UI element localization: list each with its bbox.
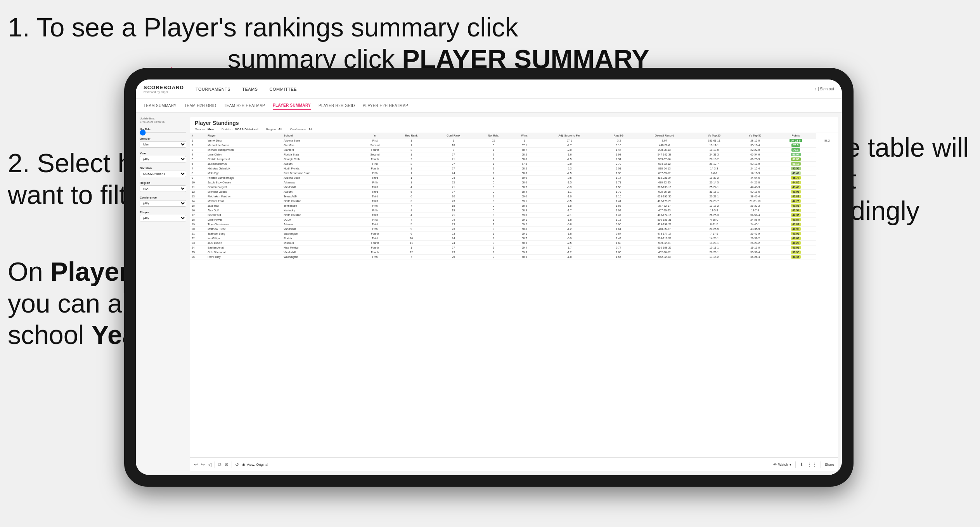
nav-logo: SCOREBOARD Powered by clippi: [144, 85, 184, 94]
copy-icon[interactable]: ⧉: [218, 462, 222, 467]
plus-icon[interactable]: ⊕: [225, 462, 229, 467]
nav-right: ↑ | Sign out: [815, 87, 834, 91]
download-icon[interactable]: ⬇: [800, 462, 803, 467]
col-vs-top50: Vs Top 50: [734, 133, 776, 138]
nav-links: TOURNAMENTS TEAMS COMMITTEE: [196, 85, 815, 93]
table-row[interactable]: 3Michael ThorbjornsenStanfordFourth28168…: [190, 148, 838, 152]
nav-link-teams[interactable]: TEAMS: [242, 85, 258, 93]
conference-label: Conference: [140, 196, 186, 199]
points-badge: 40.87: [791, 218, 801, 221]
table-row[interactable]: 9Preston SummerhaysArizona StateThird124…: [190, 176, 838, 180]
table-row[interactable]: 26Petr HrubyWashingtonFifth725068.6-1.81…: [190, 255, 838, 259]
table-row[interactable]: 23Jack LundinMissouriFourth1124068.6-2.5…: [190, 241, 838, 245]
table-row[interactable]: 18Luke PowellUCLAFirst424169.1-1.81.1350…: [190, 218, 838, 222]
subnav-team-summary[interactable]: TEAM SUMMARY: [144, 102, 177, 110]
points-badge: 40.69: [791, 237, 801, 240]
settings-icon[interactable]: ⋮⋮: [807, 462, 817, 467]
player-label: Player: [140, 211, 186, 214]
table-row[interactable]: 6Jackson KoivunAuburnFirst227167.3-2.02.…: [190, 162, 838, 166]
points-badge: 41.81: [791, 223, 801, 226]
tablet-frame: SCOREBOARD Powered by clippi TOURNAMENTS…: [124, 68, 854, 487]
table-row[interactable]: 21Taehoon SongWashingtonFourth623169.1-1…: [190, 232, 838, 236]
table-row[interactable]: 19Tiger ChristensenArizonaThird523269.2-…: [190, 222, 838, 227]
sidebar-section-player: Player (All): [140, 211, 186, 221]
nav-link-committee[interactable]: COMMITTEE: [270, 85, 297, 93]
sidebar-section-nords: No Rds.: [140, 128, 186, 133]
table-row[interactable]: 12Brendan ValdesAuburnThird537068.4-1.11…: [190, 190, 838, 194]
table-row[interactable]: 13Phichaksn MaichonTexas A&MThird630169.…: [190, 194, 838, 199]
nav-link-tournaments[interactable]: TOURNAMENTS: [196, 85, 230, 93]
subnav-team-h2h-heatmap[interactable]: TEAM H2H HEATMAP: [224, 102, 265, 110]
col-school: School: [282, 133, 359, 138]
table-row[interactable]: 20Matthew RiedelVanderbiltFifth923068.8-…: [190, 227, 838, 232]
gender-label: Gender: [140, 137, 186, 140]
points-badge: 40.02: [791, 246, 801, 249]
table-row[interactable]: 25Cole SherwoodVanderbiltFourth1223169.3…: [190, 250, 838, 255]
logo-sub: Powered by clippi: [144, 90, 184, 94]
filter-region: Region: All: [266, 128, 282, 131]
table-row[interactable]: 17David FordNorth CarolinaThird421069.0-…: [190, 213, 838, 218]
region-select[interactable]: N/A All: [140, 185, 186, 192]
points-badge: 73.1: [791, 148, 800, 152]
table-row[interactable]: 5Christo LamprechtGeorgia TechFourth2212…: [190, 157, 838, 162]
col-no-rds: No. Rds.: [475, 133, 512, 138]
points-badge: 60.89: [791, 157, 801, 161]
table-row[interactable]: 24Bastien AmatNew MexicoFourth127269.4-1…: [190, 245, 838, 250]
subnav-player-h2h-heatmap[interactable]: PLAYER H2H HEATMAP: [363, 102, 408, 110]
subnav-player-summary[interactable]: PLAYER SUMMARY: [273, 101, 311, 110]
points-badge: 39.95: [791, 251, 801, 254]
subnav-player-h2h-grid[interactable]: PLAYER H2H GRID: [319, 102, 355, 110]
col-wins: Wins: [512, 133, 537, 138]
sidebar-section-year: Year (All) First Second Third Fourth Fif…: [140, 152, 186, 162]
redo-icon[interactable]: ↪: [201, 462, 205, 467]
year-select[interactable]: (All) First Second Third Fourth Fifth: [140, 156, 186, 162]
view-icon: ◉: [242, 463, 245, 467]
refresh-icon[interactable]: ↺: [235, 462, 239, 467]
col-player: Player: [206, 133, 282, 138]
table-row[interactable]: 7Nicholas GabrelcikNorth FloridaFourth12…: [190, 166, 838, 171]
points-badge: 58.18: [791, 162, 801, 166]
points-badge: 66.04: [791, 153, 801, 156]
col-vs-top25: Vs Top 25: [694, 133, 735, 138]
filter-gender: Gender: Men: [195, 128, 214, 131]
table-row[interactable]: 1Wenyi DingArizona StateFirst1115167.1-3…: [190, 138, 838, 143]
table-row[interactable]: 11Gordon SargentVanderbiltThird421068.7-…: [190, 185, 838, 190]
table-row[interactable]: 2Michael Le SassoOle MissSecond118067.1-…: [190, 143, 838, 148]
toolbar-sep1: [215, 461, 215, 468]
conference-select[interactable]: (All) SEC ACC: [140, 200, 186, 207]
sidebar-section-gender: Gender Men Women: [140, 137, 186, 148]
table-row[interactable]: 14Maxwell FordNorth CarolinaThird323069.…: [190, 199, 838, 204]
table-row[interactable]: 22Ian GilliganFloridaThird1024168.7-0.91…: [190, 236, 838, 241]
points-badge: 46.77: [791, 176, 801, 180]
col-reg-rank: Reg Rank: [391, 133, 432, 138]
col-yr: Yr: [359, 133, 391, 138]
nords-slider[interactable]: [140, 132, 186, 133]
division-select[interactable]: NCAA Division I NCAA Division II: [140, 171, 186, 177]
points-badge: 42.35: [791, 213, 801, 217]
undo-icon[interactable]: ↩: [194, 462, 198, 467]
table-header-section: Player Standings Gender: Men Division: N…: [190, 117, 838, 133]
toolbar-view[interactable]: ◉ View: Original: [242, 463, 268, 467]
table-row[interactable]: 8Mats EgeEast Tennessee StateFifth124268…: [190, 171, 838, 176]
table-row[interactable]: 10Jacob Skov OlesenArkansasFifth125068.6…: [190, 180, 838, 185]
table-row[interactable]: 4Luke ClatonFlorida StateSecond127268.2-…: [190, 152, 838, 157]
player-select[interactable]: (All): [140, 215, 186, 221]
table-row[interactable]: 15Jake HallTennesseeFifth718068.5-1.51.6…: [190, 204, 838, 208]
division-label: Division: [140, 166, 186, 170]
table-filters: Gender: Men Division: NCAA Division I Re…: [195, 128, 833, 131]
toolbar-sep2: [232, 461, 232, 468]
points-badge: 49.42: [791, 171, 801, 175]
subnav-team-h2h-grid[interactable]: TEAM H2H GRID: [184, 102, 216, 110]
back-icon[interactable]: ◁: [208, 462, 211, 467]
col-conf-rank: Conf Rank: [432, 133, 475, 138]
watch-icon: 👁: [773, 463, 777, 467]
table-row[interactable]: 16Alex GoffKentuckyFifth819068.3-1.71.92…: [190, 208, 838, 213]
toolbar-watch[interactable]: 👁 Watch ▾: [773, 463, 791, 467]
sign-out-link[interactable]: ↑ | Sign out: [815, 87, 834, 91]
logo-title: SCOREBOARD: [144, 85, 184, 90]
sidebar-update: Update time: 27/03/2024 16:56:26: [140, 117, 186, 124]
tablet-screen: SCOREBOARD Powered by clippi TOURNAMENTS…: [136, 79, 842, 475]
gender-select[interactable]: Men Women: [140, 141, 186, 148]
share-button[interactable]: Share: [825, 463, 834, 467]
points-badge: 40.06: [791, 232, 801, 235]
